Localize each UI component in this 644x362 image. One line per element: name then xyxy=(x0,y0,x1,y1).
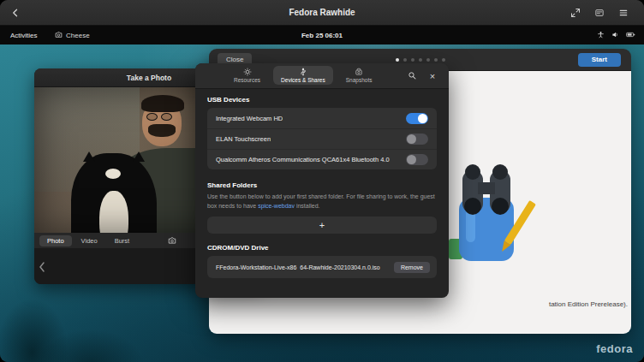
usb-devices-list: Integrated Webcam HD ELAN Touchscreen Qu… xyxy=(207,108,437,169)
power-icon xyxy=(626,31,635,40)
fedora-watermark: fedora xyxy=(596,342,633,355)
usb-device-toggle[interactable] xyxy=(406,134,428,145)
remove-iso-button[interactable]: Remove xyxy=(394,262,430,273)
search-icon xyxy=(408,68,417,84)
tab-snapshots[interactable]: Snapshots xyxy=(338,66,380,85)
dialog-content: USB Devices Integrated Webcam HD ELAN To… xyxy=(207,89,437,298)
close-icon: × xyxy=(430,69,435,83)
volume-icon xyxy=(611,31,619,40)
dialog-headerbar: Resources Devices & Shares Snapshots × xyxy=(195,63,449,89)
menu-button[interactable] xyxy=(615,4,632,21)
cdrom-filename: FFedora-Workstation-Live-x86_64-Rawhide-… xyxy=(216,264,380,270)
tab-resources[interactable]: Resources xyxy=(226,66,268,85)
shared-folders-description: Use the button below to add your first s… xyxy=(207,193,437,211)
camera-shutter-icon xyxy=(168,233,176,248)
binoculars-illustration xyxy=(433,148,536,280)
tab-resources-label: Resources xyxy=(234,77,260,83)
accessibility-icon xyxy=(597,31,605,40)
dialog-tab-switcher: Resources Devices & Shares Snapshots xyxy=(226,66,379,85)
properties-button[interactable] xyxy=(591,4,608,21)
usb-device-toggle[interactable] xyxy=(406,113,428,124)
properties-icon xyxy=(594,8,605,18)
hamburger-menu-icon xyxy=(618,8,629,18)
tour-start-button[interactable]: Start xyxy=(578,53,621,67)
window-titlebar: Fedora Rawhide xyxy=(0,0,644,26)
tab-devices-shares[interactable]: Devices & Shares xyxy=(273,66,333,85)
usb-device-name: Integrated Webcam HD xyxy=(216,115,283,122)
tab-burst[interactable]: Burst xyxy=(107,235,138,246)
usb-device-row: ELAN Touchscreen xyxy=(207,128,437,149)
tab-snapshots-label: Snapshots xyxy=(346,77,373,83)
tab-video[interactable]: Video xyxy=(74,235,105,246)
clock[interactable]: Feb 25 06:01 xyxy=(0,26,644,45)
gear-icon xyxy=(243,68,252,76)
search-button[interactable] xyxy=(404,69,420,83)
scroll-left-chevron[interactable] xyxy=(39,260,45,276)
usb-device-row: Integrated Webcam HD xyxy=(207,108,437,128)
system-status-area[interactable] xyxy=(597,26,635,45)
shared-folders-description-tail: installed. xyxy=(295,203,320,209)
snapshots-icon xyxy=(355,68,363,76)
cdrom-row: FFedora-Workstation-Live-x86_64-Rawhide-… xyxy=(207,256,437,278)
shared-folders-description-text: Use the button below to add your first s… xyxy=(207,193,435,209)
tab-photo[interactable]: Photo xyxy=(39,235,72,246)
usb-icon xyxy=(299,68,307,76)
add-shared-folder-button[interactable]: + xyxy=(207,217,437,234)
usb-device-name: Qualcomm Atheros Communications QCA61x4 … xyxy=(216,156,390,163)
usb-device-row: Qualcomm Atheros Communications QCA61x4 … xyxy=(207,149,437,169)
gnome-top-bar: Activities Cheese Feb 25 06:01 xyxy=(0,26,644,45)
boxes-window: Fedora Rawhide Activities Cheese Feb 25 … xyxy=(0,0,644,362)
usb-devices-title: USB Devices xyxy=(207,96,437,104)
usb-device-name: ELAN Touchscreen xyxy=(216,135,271,143)
usb-device-toggle[interactable] xyxy=(406,154,428,165)
box-properties-dialog: Resources Devices & Shares Snapshots × xyxy=(195,63,449,298)
desktop-wallpaper: fedora Close Start xyxy=(0,45,644,362)
shutter-button[interactable] xyxy=(163,234,182,246)
shared-folders-title: Shared Folders xyxy=(207,181,437,189)
tab-devices-shares-label: Devices & Shares xyxy=(281,77,325,83)
fullscreen-button[interactable] xyxy=(567,4,584,21)
cdrom-title: CDROM/DVD Drive xyxy=(207,244,437,252)
close-dialog-button[interactable]: × xyxy=(425,69,440,83)
spice-webdav-link[interactable]: spice-webdav xyxy=(258,203,295,209)
fullscreen-icon xyxy=(570,8,581,18)
welcome-caption-fragment: tation Edition Prerelease). xyxy=(549,300,628,308)
window-title: Fedora Rawhide xyxy=(0,0,644,26)
